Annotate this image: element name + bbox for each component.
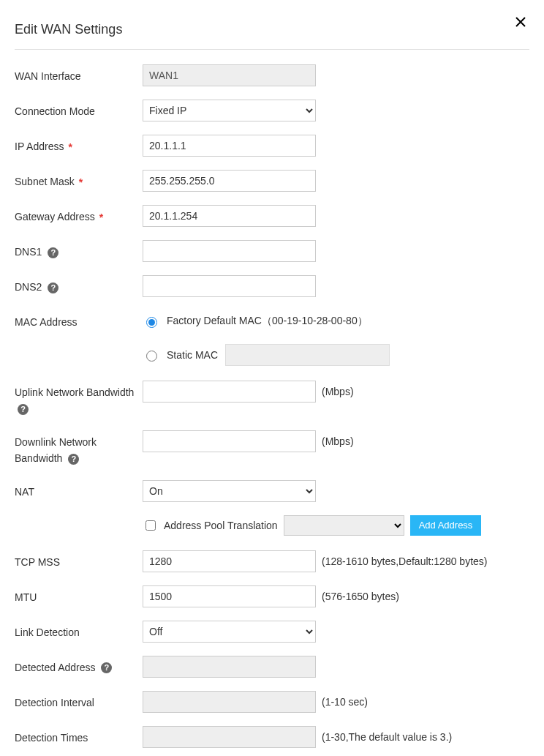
label-wan-interface: WAN Interface: [15, 64, 143, 84]
row-detection-interval: Detection Interval (1-10 sec): [15, 691, 529, 713]
dns2-input[interactable]: [143, 275, 316, 297]
edit-wan-settings-dialog: Edit WAN Settings WAN Interface Connecti…: [0, 0, 544, 756]
close-icon[interactable]: [515, 16, 528, 29]
help-icon[interactable]: ?: [18, 404, 29, 415]
help-icon[interactable]: ?: [48, 282, 58, 293]
static-mac-option[interactable]: Static MAC: [143, 344, 390, 366]
row-pool: Address Pool Translation Add Address: [15, 515, 529, 537]
row-detected-address: Detected Address ?: [15, 656, 529, 678]
gateway-address-input[interactable]: [143, 205, 316, 227]
row-detection-times: Detection Times (1-30,The default value …: [15, 726, 529, 748]
factory-mac-label: Factory Default MAC（00-19-10-28-00-80）: [167, 315, 368, 328]
label-detected-address: Detected Address ?: [15, 656, 143, 675]
help-icon[interactable]: ?: [68, 454, 79, 465]
label-detection-times: Detection Times: [15, 726, 143, 746]
detection-interval-input: [143, 691, 316, 713]
row-nat: NAT On: [15, 480, 529, 502]
row-subnet-mask: Subnet Mask*: [15, 170, 529, 192]
detection-times-hint: (1-30,The default value is 3.): [322, 731, 452, 743]
row-dns2: DNS2 ?: [15, 275, 529, 297]
help-icon[interactable]: ?: [48, 247, 58, 258]
pool-label: Address Pool Translation: [164, 520, 278, 531]
row-mac-address: MAC Address Factory Default MAC（00-19-10…: [15, 310, 529, 366]
label-downlink: Downlink Network Bandwidth ?: [15, 430, 143, 467]
tcp-mss-input[interactable]: [143, 550, 316, 572]
static-mac-input: [225, 344, 390, 366]
add-address-button[interactable]: Add Address: [410, 515, 482, 536]
divider: [15, 49, 529, 50]
row-downlink: Downlink Network Bandwidth ? (Mbps): [15, 430, 529, 467]
detection-times-input: [143, 726, 316, 748]
connection-mode-select[interactable]: Fixed IP: [143, 100, 316, 121]
uplink-unit: (Mbps): [322, 386, 354, 397]
label-nat: NAT: [15, 480, 143, 500]
label-uplink: Uplink Network Bandwidth ?: [15, 381, 143, 417]
detected-address-input: [143, 656, 316, 678]
label-detection-interval: Detection Interval: [15, 691, 143, 711]
label-dns1: DNS1 ?: [15, 240, 143, 260]
link-detection-select[interactable]: Off: [143, 621, 316, 643]
downlink-input[interactable]: [143, 430, 316, 452]
label-gateway-address: Gateway Address*: [15, 205, 143, 225]
label-dns2: DNS2 ?: [15, 275, 143, 295]
pool-select[interactable]: [284, 515, 404, 536]
dialog-title: Edit WAN Settings: [15, 22, 529, 37]
static-mac-radio[interactable]: [146, 351, 157, 362]
label-tcp-mss: TCP MSS: [15, 550, 143, 570]
label-mtu: MTU: [15, 585, 143, 605]
row-gateway-address: Gateway Address*: [15, 205, 529, 227]
label-mac-address: MAC Address: [15, 310, 143, 330]
help-icon[interactable]: ?: [101, 662, 112, 673]
mtu-input[interactable]: [143, 585, 316, 607]
dns1-input[interactable]: [143, 240, 316, 262]
uplink-input[interactable]: [143, 381, 316, 403]
row-ip-address: IP Address*: [15, 135, 529, 157]
label-ip-address: IP Address*: [15, 135, 143, 155]
ip-address-input[interactable]: [143, 135, 316, 157]
row-link-detection: Link Detection Off: [15, 621, 529, 643]
label-connection-mode: Connection Mode: [15, 100, 143, 119]
mtu-hint: (576-1650 bytes): [322, 591, 399, 602]
tcp-mss-hint: (128-1610 bytes,Default:1280 bytes): [322, 555, 487, 567]
label-link-detection: Link Detection: [15, 621, 143, 640]
nat-select[interactable]: On: [143, 480, 316, 502]
subnet-mask-input[interactable]: [143, 170, 316, 192]
row-wan-interface: WAN Interface: [15, 64, 529, 86]
row-connection-mode: Connection Mode Fixed IP: [15, 100, 529, 121]
static-mac-label: Static MAC: [167, 349, 218, 361]
label-subnet-mask: Subnet Mask*: [15, 170, 143, 190]
factory-mac-option[interactable]: Factory Default MAC（00-19-10-28-00-80）: [143, 310, 368, 332]
downlink-unit: (Mbps): [322, 435, 354, 447]
factory-mac-radio[interactable]: [146, 317, 157, 328]
detection-interval-hint: (1-10 sec): [322, 696, 368, 708]
row-dns1: DNS1 ?: [15, 240, 529, 262]
row-tcp-mss: TCP MSS (128-1610 bytes,Default:1280 byt…: [15, 550, 529, 572]
pool-checkbox[interactable]: [146, 520, 156, 531]
row-uplink: Uplink Network Bandwidth ? (Mbps): [15, 381, 529, 417]
row-mtu: MTU (576-1650 bytes): [15, 585, 529, 607]
wan-interface-input: [143, 64, 316, 86]
